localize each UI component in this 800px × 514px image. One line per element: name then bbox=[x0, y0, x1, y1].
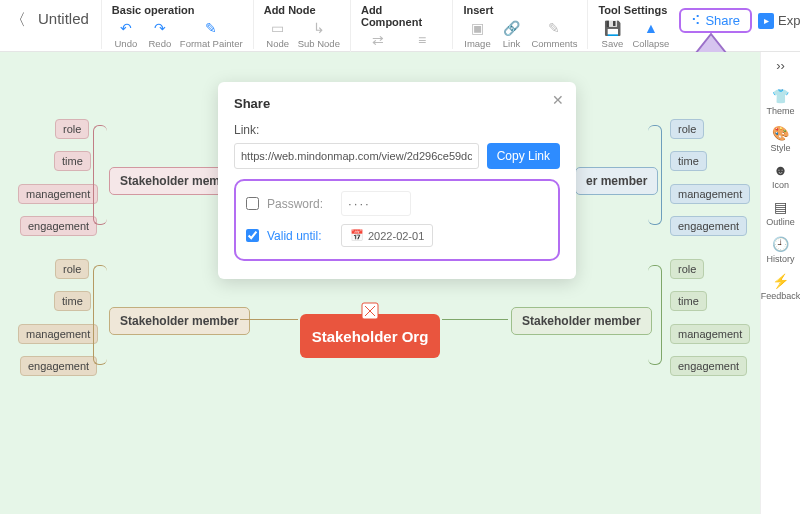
center-node[interactable]: Stakeholder Org bbox=[300, 314, 440, 358]
tag-node[interactable]: management bbox=[18, 184, 98, 204]
subnode-button[interactable]: ↳Sub Node bbox=[298, 19, 340, 49]
copy-link-button[interactable]: Copy Link bbox=[487, 143, 560, 169]
connector bbox=[93, 265, 107, 365]
tag-node[interactable]: time bbox=[54, 151, 91, 171]
password-input[interactable] bbox=[341, 191, 411, 216]
sidebar-feedback[interactable]: ⚡Feedback bbox=[761, 272, 800, 301]
password-label: Password: bbox=[267, 197, 333, 211]
sidebar-icon[interactable]: ☻Icon bbox=[772, 161, 790, 190]
tag-node[interactable]: role bbox=[55, 259, 89, 279]
feedback-icon: ⚡ bbox=[772, 272, 790, 290]
style-icon: 🎨 bbox=[771, 124, 789, 142]
valid-until-picker[interactable]: 📅 2022-02-01 bbox=[341, 224, 433, 247]
undo-button[interactable]: ↶Undo bbox=[112, 19, 140, 49]
valid-until-value: 2022-02-01 bbox=[368, 230, 424, 242]
share-icon: ⠪ bbox=[691, 13, 701, 28]
toolbar-group-toolsettings: Tool Settings 💾Save ▲Collapse bbox=[587, 0, 679, 49]
connector bbox=[648, 265, 662, 365]
back-button[interactable]: 〈 bbox=[6, 0, 30, 31]
calendar-icon: 📅 bbox=[350, 229, 364, 242]
link-icon: 🔗 bbox=[502, 19, 520, 37]
share-link-input[interactable] bbox=[234, 143, 479, 169]
summary-icon: ≡ bbox=[413, 31, 431, 49]
valid-until-checkbox[interactable] bbox=[246, 229, 259, 242]
tag-node[interactable]: engagement bbox=[20, 216, 97, 236]
share-modal: ✕ Share Link: Copy Link Password: Valid … bbox=[218, 82, 576, 279]
brush-icon: ✎ bbox=[202, 19, 220, 37]
right-sidebar: ›› 👕Theme 🎨Style ☻Icon ▤Outline 🕘History… bbox=[760, 52, 800, 514]
redo-icon: ↷ bbox=[151, 19, 169, 37]
password-checkbox[interactable] bbox=[246, 197, 259, 210]
sidebar-outline[interactable]: ▤Outline bbox=[766, 198, 795, 227]
undo-icon: ↶ bbox=[117, 19, 135, 37]
tag-node[interactable]: role bbox=[670, 259, 704, 279]
subnode-icon: ↳ bbox=[310, 19, 328, 37]
redo-button[interactable]: ↷Redo bbox=[146, 19, 174, 49]
member-node[interactable]: er member bbox=[575, 167, 658, 195]
sidebar-style[interactable]: 🎨Style bbox=[770, 124, 790, 153]
connector bbox=[648, 125, 662, 225]
sidebar-theme[interactable]: 👕Theme bbox=[766, 87, 794, 116]
tag-node[interactable]: engagement bbox=[670, 216, 747, 236]
tag-node[interactable]: time bbox=[670, 291, 707, 311]
tag-icon bbox=[361, 302, 379, 320]
collapse-button[interactable]: ▲Collapse bbox=[632, 19, 669, 49]
comments-icon: ✎ bbox=[545, 19, 563, 37]
link-label: Link: bbox=[234, 123, 560, 137]
toolbar-group-label: Add Component bbox=[361, 4, 443, 28]
collapse-icon: ▲ bbox=[642, 19, 660, 37]
connector bbox=[240, 319, 298, 320]
tag-node[interactable]: time bbox=[54, 291, 91, 311]
history-icon: 🕘 bbox=[771, 235, 789, 253]
export-label: Export bbox=[778, 13, 800, 28]
theme-icon: 👕 bbox=[771, 87, 789, 105]
link-button[interactable]: 🔗Link bbox=[497, 19, 525, 49]
save-button[interactable]: 💾Save bbox=[598, 19, 626, 49]
export-button[interactable]: ▸ Export bbox=[758, 13, 800, 29]
sidebar-collapse-button[interactable]: ›› bbox=[776, 58, 785, 73]
sidebar-history[interactable]: 🕘History bbox=[766, 235, 794, 264]
comments-button[interactable]: ✎Comments bbox=[531, 19, 577, 49]
toolbar-group-label: Tool Settings bbox=[598, 4, 669, 16]
tag-node[interactable]: management bbox=[670, 184, 750, 204]
connector bbox=[93, 125, 107, 225]
member-node[interactable]: Stakeholder member bbox=[109, 307, 250, 335]
save-icon: 💾 bbox=[603, 19, 621, 37]
tag-node[interactable]: engagement bbox=[20, 356, 97, 376]
format-painter-button[interactable]: ✎Format Painter bbox=[180, 19, 243, 49]
toolbar-group-label: Add Node bbox=[264, 4, 340, 16]
document-title[interactable]: Untitled bbox=[30, 0, 101, 27]
image-button[interactable]: ▣Image bbox=[463, 19, 491, 49]
tag-node[interactable]: management bbox=[18, 324, 98, 344]
tag-node[interactable]: role bbox=[670, 119, 704, 139]
image-icon: ▣ bbox=[468, 19, 486, 37]
toolbar-group-addnode: Add Node ▭Node ↳Sub Node bbox=[253, 0, 350, 49]
toolbar-group-basic: Basic operation ↶Undo ↷Redo ✎Format Pain… bbox=[101, 0, 253, 49]
tag-node[interactable]: role bbox=[55, 119, 89, 139]
tag-node[interactable]: engagement bbox=[670, 356, 747, 376]
toolbar-group-label: Basic operation bbox=[112, 4, 243, 16]
toolbar-group-label: Insert bbox=[463, 4, 577, 16]
share-label: Share bbox=[705, 13, 740, 28]
node-button[interactable]: ▭Node bbox=[264, 19, 292, 49]
node-icon: ▭ bbox=[269, 19, 287, 37]
tag-node[interactable]: time bbox=[670, 151, 707, 171]
share-options-highlight: Password: Valid until: 📅 2022-02-01 bbox=[234, 179, 560, 261]
member-node[interactable]: Stakeholder member bbox=[511, 307, 652, 335]
toolbar-group-insert: Insert ▣Image 🔗Link ✎Comments bbox=[452, 0, 587, 49]
outline-icon: ▤ bbox=[772, 198, 790, 216]
center-label: Stakeholder Org bbox=[312, 328, 429, 345]
connector bbox=[442, 319, 508, 320]
valid-until-label: Valid until: bbox=[267, 229, 333, 243]
icon-icon: ☻ bbox=[772, 161, 790, 179]
share-button[interactable]: ⠪ Share bbox=[679, 8, 752, 33]
modal-title: Share bbox=[234, 96, 560, 111]
relation-icon: ⇄ bbox=[369, 31, 387, 49]
export-icon: ▸ bbox=[758, 13, 774, 29]
close-button[interactable]: ✕ bbox=[552, 92, 564, 108]
tag-node[interactable]: management bbox=[670, 324, 750, 344]
